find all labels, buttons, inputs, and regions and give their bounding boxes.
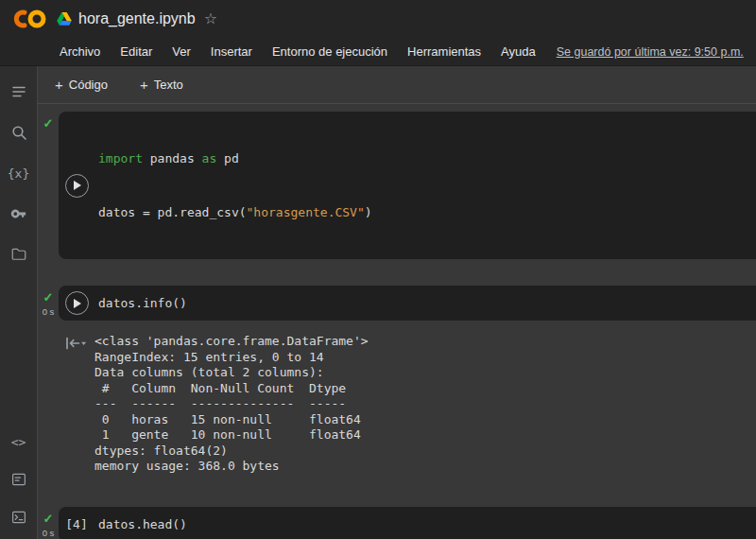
code-token: datos.info() [98, 296, 187, 310]
menu-editar[interactable]: Editar [113, 42, 159, 61]
cell-success-check-icon: ✓ [43, 117, 54, 130]
code-editor-2[interactable]: datos.info() [94, 292, 756, 314]
code-cell-1: import pandas as pd datos = pd.read_csv(… [59, 112, 756, 259]
drive-icon [57, 12, 72, 26]
cell-3-controls: [4] [59, 517, 94, 531]
star-icon[interactable]: ☆ [204, 11, 217, 26]
add-code-button[interactable]: + Código [47, 73, 115, 96]
menu-archivo[interactable]: Archivo [53, 42, 107, 61]
terminal-icon[interactable] [7, 505, 31, 530]
code-cell-1-block: ✓ import pandas as pd datos = pd.read_cs… [38, 112, 756, 259]
cell-exec-time: 0 s [43, 528, 55, 538]
files-folder-icon[interactable] [7, 242, 31, 267]
code-token: pd [216, 151, 238, 165]
search-icon[interactable] [7, 120, 31, 145]
add-text-label: Texto [154, 78, 183, 92]
output-gutter [38, 334, 59, 475]
cell-2-controls [59, 291, 94, 315]
code-line: datos = pd.read_csv("horasgente.CSV") [98, 203, 748, 221]
plus-icon: + [55, 78, 63, 92]
cell-output-text: <class 'pandas.core.frame.DataFrame'> Ra… [94, 334, 369, 475]
cell-1-gutter: ✓ [38, 112, 59, 259]
cell-success-check-icon: ✓ [43, 291, 54, 304]
notebook-area: ✓ import pandas as pd datos = pd.read_cs… [38, 104, 756, 539]
header: hora_gente.ipynb ☆ Archivo Editar Ver In… [0, 0, 756, 66]
left-sidebar: {x} <> [0, 66, 38, 539]
plus-icon: + [140, 78, 148, 92]
output-controls [59, 334, 94, 475]
output-actions-icon[interactable] [65, 337, 87, 350]
add-code-label: Código [69, 78, 108, 92]
code-editor-1[interactable]: import pandas as pd datos = pd.read_csv(… [94, 112, 756, 259]
cell-2-gutter: ✓ 0 s [38, 286, 59, 321]
keyword-token: as [202, 151, 217, 165]
cell-success-check-icon: ✓ [43, 513, 54, 526]
main-area: + Código + Texto ✓ [38, 66, 756, 539]
string-token: "horasgente.CSV" [247, 205, 365, 219]
menu-herramientas[interactable]: Herramientas [401, 42, 488, 61]
keyword-token: import [98, 151, 143, 165]
content-row: {x} <> + Código [0, 66, 756, 539]
code-editor-3[interactable]: datos.head() [94, 513, 756, 535]
title-row: hora_gente.ipynb ☆ [0, 0, 756, 38]
menu-entorno-ejecucion[interactable]: Entorno de ejecución [266, 42, 394, 61]
menu-ayuda[interactable]: Ayuda [494, 42, 542, 61]
play-icon [74, 299, 81, 308]
cell-exec-time: 0 s [43, 306, 55, 317]
cell-3-gutter: ✓ 0 s [38, 507, 59, 539]
menu-ver[interactable]: Ver [165, 42, 198, 61]
menu-insertar[interactable]: Insertar [204, 42, 259, 61]
code-token: ) [365, 205, 372, 219]
colab-window: hora_gente.ipynb ☆ Archivo Editar Ver In… [0, 0, 756, 539]
code-token: datos = pd.read_csv( [98, 205, 247, 219]
code-snippets-icon[interactable]: <> [7, 429, 31, 454]
code-token: pandas [143, 151, 202, 165]
colab-logo-icon[interactable] [11, 8, 49, 30]
code-cell-2: datos.info() [59, 286, 756, 321]
add-text-button[interactable]: + Texto [132, 73, 191, 96]
table-of-contents-icon[interactable] [7, 79, 31, 104]
code-cell-3: [4] datos.head() [59, 507, 756, 539]
cell-2-output: <class 'pandas.core.frame.DataFrame'> Ra… [38, 334, 756, 475]
save-status-link[interactable]: Se guardó por última vez: 9:50 p.m. [557, 45, 744, 59]
run-cell-1-button[interactable] [65, 174, 89, 198]
command-palette-icon[interactable] [7, 467, 31, 492]
code-line: import pandas as pd [98, 149, 748, 167]
menu-bar: Archivo Editar Ver Insertar Entorno de e… [0, 38, 756, 65]
cell-toolbar: + Código + Texto [38, 66, 756, 104]
code-cell-2-block: ✓ 0 s datos.info() [38, 286, 756, 321]
code-cell-3-block: ✓ 0 s [4] datos.head() [38, 507, 756, 539]
cell-1-controls [59, 174, 94, 198]
code-token: datos.head() [98, 517, 187, 531]
variables-icon[interactable]: {x} [7, 161, 31, 185]
secrets-key-icon[interactable] [7, 201, 31, 226]
notebook-title[interactable]: hora_gente.ipynb [78, 10, 196, 27]
play-icon [74, 181, 81, 190]
execution-count-badge[interactable]: [4] [65, 517, 87, 531]
run-cell-2-button[interactable] [65, 291, 89, 315]
